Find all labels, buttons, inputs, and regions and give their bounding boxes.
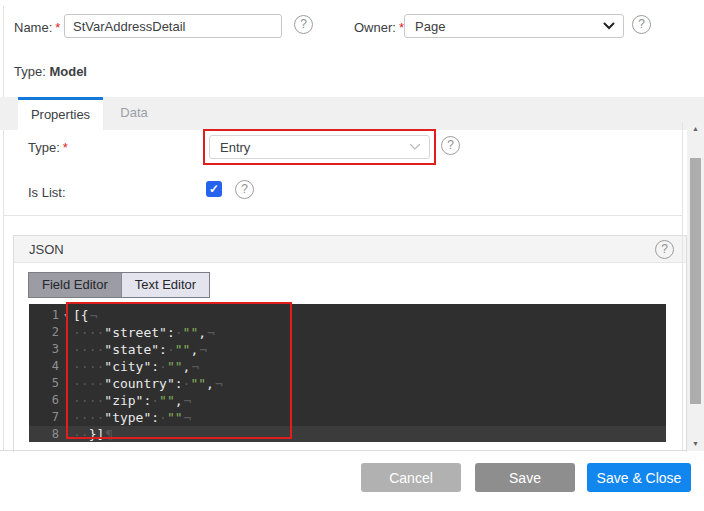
- eol-marker: ¬: [215, 376, 223, 391]
- section-divider: [4, 215, 682, 216]
- line-number: 1: [29, 307, 59, 324]
- code-text: ····"state":·"",¬: [73, 341, 207, 358]
- scrollbar-thumb[interactable]: [690, 158, 701, 404]
- field-editor-button[interactable]: Field Editor: [29, 273, 121, 297]
- code-lines: 1▾[{¬2····"street":·"",¬3····"state":·""…: [29, 307, 666, 442]
- type-caption: Type: Model: [14, 64, 87, 79]
- line-number: 2: [29, 324, 59, 341]
- eol-marker: ¬: [191, 359, 199, 374]
- prop-type-select[interactable]: Entry: [209, 135, 430, 159]
- code-text: ··}]¶: [73, 426, 113, 442]
- fold-gutter: [59, 392, 73, 409]
- code-editor[interactable]: 1▾[{¬2····"street":·"",¬3····"state":·""…: [29, 304, 666, 442]
- is-list-help-icon[interactable]: ?: [235, 180, 254, 199]
- json-panel-title: JSON: [29, 242, 64, 257]
- json-help-icon[interactable]: ?: [655, 240, 674, 259]
- fold-gutter: [59, 426, 73, 442]
- code-line: 5····"country":·"",¬: [29, 375, 666, 392]
- code-line: 1▾[{¬: [29, 307, 666, 324]
- chevron-down-icon: [603, 22, 615, 30]
- footer-divider: [0, 450, 704, 451]
- name-help-icon[interactable]: ?: [294, 15, 313, 34]
- code-text: ····"type":·""¬: [73, 409, 191, 426]
- tab-data[interactable]: Data: [103, 97, 165, 130]
- line-number: 4: [29, 358, 59, 375]
- scroll-down-icon[interactable]: ▼: [687, 437, 704, 451]
- code-text: ····"city":·"",¬: [73, 358, 199, 375]
- code-line: 7····"type":·""¬: [29, 409, 666, 426]
- code-line: 2····"street":·"",¬: [29, 324, 666, 341]
- code-line: 6····"zip":·"",¬: [29, 392, 666, 409]
- owner-select[interactable]: Page: [404, 14, 624, 38]
- fold-gutter: [59, 358, 73, 375]
- line-number: 8: [29, 426, 59, 442]
- fold-gutter: [59, 341, 73, 358]
- type-value: Model: [49, 64, 87, 79]
- tab-properties[interactable]: Properties: [18, 97, 103, 130]
- editor-mode-toggle: Field Editor Text Editor: [28, 272, 210, 298]
- chevron-down-icon: [409, 143, 421, 151]
- json-panel-header: JSON ?: [14, 236, 686, 263]
- name-label: Name:*: [14, 20, 60, 35]
- prop-type-select-value: Entry: [220, 140, 250, 155]
- is-list-label: Is List:: [28, 185, 66, 200]
- code-text: [{¬: [73, 307, 97, 324]
- eol-marker: ¬: [184, 393, 192, 408]
- name-input[interactable]: [64, 14, 282, 38]
- text-editor-button[interactable]: Text Editor: [121, 273, 209, 297]
- line-number: 7: [29, 409, 59, 426]
- owner-select-value: Page: [415, 19, 445, 34]
- prop-type-help-icon[interactable]: ?: [441, 136, 460, 155]
- code-text: ····"zip":·"",¬: [73, 392, 191, 409]
- is-list-checkbox[interactable]: ✓: [206, 181, 222, 197]
- code-text: ····"street":·"",¬: [73, 324, 215, 341]
- fold-gutter: [59, 409, 73, 426]
- eol-marker: ¬: [207, 325, 215, 340]
- scrollbar[interactable]: ▲ ▼: [687, 122, 704, 451]
- scroll-up-icon[interactable]: ▲: [687, 122, 704, 136]
- fold-gutter: [59, 324, 73, 341]
- save-and-close-button[interactable]: Save & Close: [587, 463, 691, 492]
- eol-marker: ¬: [184, 410, 192, 425]
- line-number: 6: [29, 392, 59, 409]
- cancel-button[interactable]: Cancel: [361, 463, 461, 492]
- eol-marker: ¶: [105, 427, 113, 442]
- save-button[interactable]: Save: [475, 463, 575, 492]
- required-asterisk: *: [55, 20, 60, 35]
- eol-marker: ¬: [199, 342, 207, 357]
- dialog-left-border: [3, 6, 4, 451]
- json-panel: JSON ? Field Editor Text Editor 1▾[{¬2··…: [13, 235, 687, 452]
- line-number: 3: [29, 341, 59, 358]
- code-line: 4····"city":·"",¬: [29, 358, 666, 375]
- code-line: 3····"state":·"",¬: [29, 341, 666, 358]
- owner-label: Owner:*: [354, 20, 404, 35]
- fold-caret-icon[interactable]: ▾: [59, 307, 73, 324]
- code-text: ····"country":·"",¬: [73, 375, 223, 392]
- variable-editor-dialog: Name:* ? Owner:* Page ? Type: Model Prop…: [0, 0, 704, 511]
- owner-help-icon[interactable]: ?: [632, 15, 651, 34]
- line-number: 5: [29, 375, 59, 392]
- eol-marker: ¬: [90, 308, 98, 323]
- code-line: 8··}]¶: [29, 426, 666, 442]
- content-right-border: [682, 122, 683, 451]
- prop-type-label: Type:*: [28, 140, 68, 155]
- fold-gutter: [59, 375, 73, 392]
- required-asterisk: *: [63, 140, 68, 155]
